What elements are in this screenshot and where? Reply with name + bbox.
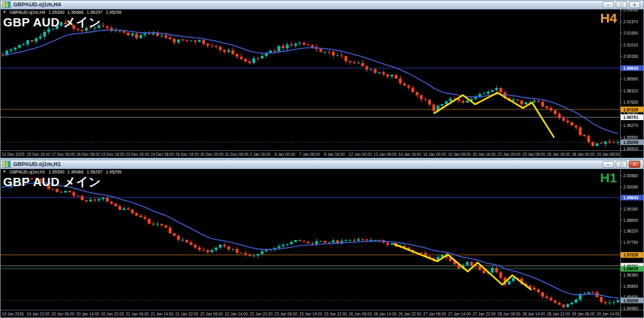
svg-text:22 Jan 06:00: 22 Jan 06:00 bbox=[200, 312, 223, 316]
svg-text:1.97630: 1.97630 bbox=[623, 100, 638, 104]
svg-text:2.03050: 2.03050 bbox=[623, 9, 638, 12]
svg-text:1.97220: 1.97220 bbox=[623, 253, 638, 257]
svg-text:17 Dec 00:00: 17 Dec 00:00 bbox=[52, 152, 75, 156]
svg-text:1.95590: 1.95590 bbox=[623, 135, 638, 140]
svg-text:28 Jan 00:00: 28 Jan 00:00 bbox=[572, 152, 595, 156]
chart-area[interactable]: 2.005602.000901.991601.986901.982201.977… bbox=[1, 169, 643, 317]
svg-text:26 Jan 22:00: 26 Jan 22:00 bbox=[398, 312, 421, 316]
ohlc-close: 1.95299 bbox=[106, 10, 121, 14]
symbol-dropdown-icon[interactable]: ▼ bbox=[3, 170, 6, 174]
svg-text:1.96360: 1.96360 bbox=[623, 273, 638, 277]
svg-text:23 Jan 06:00: 23 Jan 06:00 bbox=[274, 312, 297, 316]
svg-text:21 Jan 22:00: 21 Jan 22:00 bbox=[175, 312, 199, 316]
svg-text:7 Jan 08:00: 7 Jan 08:00 bbox=[299, 152, 320, 156]
svg-text:26 Dec 16:00: 26 Dec 16:00 bbox=[175, 152, 199, 156]
restore-button[interactable]: ▢ bbox=[616, 161, 627, 168]
minimize-button[interactable]: — bbox=[602, 1, 614, 8]
svg-text:1.96761: 1.96761 bbox=[623, 115, 638, 119]
ohlc-open: 1.95390 bbox=[48, 170, 64, 174]
svg-text:2 Jan 16:00: 2 Jan 16:00 bbox=[250, 152, 270, 156]
svg-text:20 Jan 16:00: 20 Jan 16:00 bbox=[473, 152, 496, 156]
svg-text:26 Jan 06:00: 26 Jan 06:00 bbox=[349, 312, 372, 316]
svg-text:19 Jan 08:00: 19 Jan 08:00 bbox=[448, 152, 471, 156]
svg-text:26 Jan 14:00: 26 Jan 14:00 bbox=[374, 312, 397, 316]
svg-text:1.99643: 1.99643 bbox=[623, 195, 638, 200]
window-titlebar[interactable]: GBPAUD.oj1m,H1 — ▢ ✕ bbox=[1, 160, 643, 169]
minimize-button[interactable]: — bbox=[602, 161, 614, 168]
symbol-dropdown-icon[interactable]: ▼ bbox=[3, 10, 6, 14]
svg-text:23 Jan 22:00: 23 Jan 22:00 bbox=[324, 312, 347, 316]
chart-area[interactable]: 2.030502.023702.016902.010102.003301.989… bbox=[1, 9, 643, 158]
close-button[interactable]: ✕ bbox=[629, 1, 640, 8]
svg-text:14 Jan 16:00: 14 Jan 16:00 bbox=[398, 152, 421, 156]
svg-text:1.94960: 1.94960 bbox=[623, 306, 638, 310]
svg-text:1.97220: 1.97220 bbox=[623, 107, 638, 112]
svg-text:6 Jan 00:00: 6 Jan 00:00 bbox=[274, 152, 295, 156]
window-title: GBPAUD.oj1m,H4 bbox=[13, 1, 600, 8]
chart-icon bbox=[3, 1, 11, 8]
svg-text:2.00090: 2.00090 bbox=[623, 185, 638, 189]
svg-text:18 Dec 08:00: 18 Dec 08:00 bbox=[76, 152, 100, 156]
chart-symbol: GBPAUD.oj1m,H4 bbox=[9, 10, 45, 14]
svg-text:20 Jan 06:00: 20 Jan 06:00 bbox=[52, 312, 75, 316]
ohlc-close: 1.95299 bbox=[106, 170, 121, 174]
ohlc-low: 1.95297 bbox=[87, 170, 103, 174]
price-chart-h4[interactable]: 2.030502.023702.016902.010102.003301.989… bbox=[1, 9, 643, 158]
svg-text:1.97750: 1.97750 bbox=[623, 240, 638, 244]
svg-text:2.01010: 2.01010 bbox=[623, 43, 638, 47]
svg-text:19 Dec 16:00: 19 Dec 16:00 bbox=[101, 152, 125, 156]
svg-text:21 Jan 06:00: 21 Jan 06:00 bbox=[126, 312, 149, 316]
chart-icon bbox=[3, 161, 11, 168]
svg-text:23 Jan 08:00: 23 Jan 08:00 bbox=[522, 152, 545, 156]
window-titlebar[interactable]: GBPAUD.oj1m,H4 — ▢ ✕ bbox=[1, 1, 643, 9]
chart-window-h1: GBPAUD.oj1m,H1 — ▢ ✕ 2.005602.000901.991… bbox=[0, 160, 644, 318]
svg-text:13 Jan 08:00: 13 Jan 08:00 bbox=[374, 152, 397, 156]
svg-text:28 Jan 06:00: 28 Jan 06:00 bbox=[497, 312, 521, 316]
svg-text:2.00560: 2.00560 bbox=[623, 173, 638, 178]
svg-text:16 Jan 00:00: 16 Jan 00:00 bbox=[423, 152, 447, 156]
svg-text:22 Jan 22:00: 22 Jan 22:00 bbox=[250, 312, 273, 316]
window-controls: — ▢ ✕ bbox=[602, 1, 640, 8]
svg-text:1.96635: 1.96635 bbox=[623, 266, 638, 271]
svg-text:1.95299: 1.95299 bbox=[623, 140, 638, 145]
svg-text:1.95299: 1.95299 bbox=[623, 299, 638, 303]
svg-text:29 Jan 08:00: 29 Jan 08:00 bbox=[597, 152, 620, 156]
ohlc-high: 1.95466 bbox=[67, 170, 83, 174]
svg-text:27 Jan 22:00: 27 Jan 22:00 bbox=[473, 312, 496, 316]
close-button[interactable]: ✕ bbox=[629, 161, 640, 168]
svg-text:1.98990: 1.98990 bbox=[623, 77, 638, 81]
window-title: GBPAUD.oj1m,H1 bbox=[13, 161, 600, 168]
svg-text:31 Dec 08:00: 31 Dec 08:00 bbox=[225, 152, 249, 156]
svg-text:29 Jan 14:00: 29 Jan 14:00 bbox=[597, 312, 620, 316]
window-controls: — ▢ ✕ bbox=[602, 161, 640, 168]
svg-text:8 Jan 16:00: 8 Jan 16:00 bbox=[324, 152, 345, 156]
svg-text:20 Jan 22:00: 20 Jan 22:00 bbox=[101, 312, 125, 316]
svg-text:24 Dec 08:00: 24 Dec 08:00 bbox=[150, 152, 174, 156]
svg-text:19 Jan 2026: 19 Jan 2026 bbox=[2, 312, 24, 316]
svg-text:1.96270: 1.96270 bbox=[623, 123, 638, 128]
price-chart-h1[interactable]: 2.005602.000901.991601.986901.982201.977… bbox=[1, 169, 643, 317]
svg-text:23 Jan 14:00: 23 Jan 14:00 bbox=[299, 312, 323, 316]
svg-text:1.98690: 1.98690 bbox=[623, 218, 638, 222]
ohlc-low: 1.95297 bbox=[87, 10, 103, 14]
svg-text:22 Jan 00:00: 22 Jan 00:00 bbox=[497, 152, 521, 156]
chart-ohlc-header[interactable]: ▼ GBPAUD.oj1m,H4 1.95390 1.95466 1.95297… bbox=[3, 10, 121, 14]
svg-text:22 Jan 14:00: 22 Jan 14:00 bbox=[225, 312, 248, 316]
svg-text:12 Dec 2025: 12 Dec 2025 bbox=[2, 152, 25, 156]
chart-symbol: GBPAUD.oj1m,H1 bbox=[9, 170, 45, 174]
svg-text:29 Jan 06:00: 29 Jan 06:00 bbox=[572, 312, 595, 316]
svg-text:2.00330: 2.00330 bbox=[623, 54, 638, 58]
svg-text:28 Jan 14:00: 28 Jan 14:00 bbox=[522, 312, 545, 316]
svg-text:1.98220: 1.98220 bbox=[623, 229, 638, 233]
svg-text:2.02370: 2.02370 bbox=[623, 19, 638, 24]
restore-button[interactable]: ▢ bbox=[616, 1, 627, 8]
svg-text:2.01690: 2.01690 bbox=[623, 31, 638, 35]
chart-ohlc-header[interactable]: ▼ GBPAUD.oj1m,H1 1.95390 1.95466 1.95297… bbox=[3, 170, 121, 174]
timeframe-label: H4 bbox=[600, 11, 617, 26]
svg-text:19 Jan 22:00: 19 Jan 22:00 bbox=[26, 312, 50, 316]
ohlc-high: 1.95466 bbox=[67, 10, 83, 14]
chart-watermark: GBP AUD メイン bbox=[3, 174, 101, 190]
chart-window-h4: GBPAUD.oj1m,H4 — ▢ ✕ 2.030502.023702.016… bbox=[0, 0, 644, 158]
svg-text:1.98310: 1.98310 bbox=[623, 89, 638, 93]
ohlc-open: 1.95390 bbox=[48, 10, 64, 14]
